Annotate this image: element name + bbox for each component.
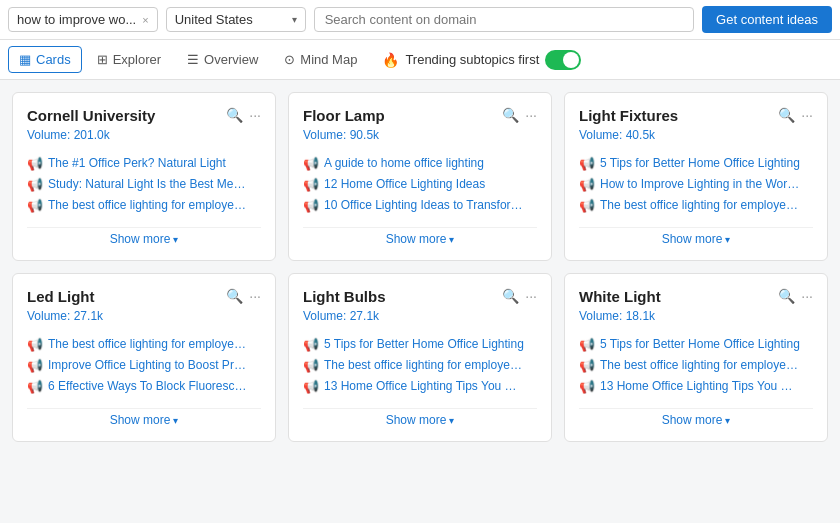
- megaphone-icon: 📢: [579, 337, 595, 352]
- country-selector[interactable]: United States ▾: [166, 7, 306, 32]
- more-options-button[interactable]: ···: [249, 107, 261, 123]
- card-volume: Volume: 90.5k: [303, 128, 537, 142]
- card-volume: Volume: 27.1k: [303, 309, 537, 323]
- megaphone-icon: 📢: [579, 156, 595, 171]
- show-more-button[interactable]: Show more ▾: [303, 408, 537, 427]
- card-link-text: 5 Tips for Better Home Office Lighting: [600, 156, 800, 170]
- card-link-item[interactable]: 📢 12 Home Office Lighting Ideas: [303, 177, 537, 192]
- card-link-text: The best office lighting for employee pr…: [324, 358, 524, 372]
- card-link-text: The best office lighting for employee pr…: [600, 358, 800, 372]
- trending-toggle[interactable]: [545, 50, 581, 70]
- country-label: United States: [175, 12, 253, 27]
- card-link-item[interactable]: 📢 How to Improve Lighting in the Workpla…: [579, 177, 813, 192]
- more-options-button[interactable]: ···: [801, 288, 813, 304]
- search-icon-button[interactable]: 🔍: [502, 107, 519, 123]
- card-title: Led Light: [27, 288, 95, 305]
- card-link-item[interactable]: 📢 5 Tips for Better Home Office Lighting: [579, 337, 813, 352]
- card-header: Led Light 🔍 ···: [27, 288, 261, 305]
- card-header: Light Fixtures 🔍 ···: [579, 107, 813, 124]
- tab-mindmap[interactable]: ⊙ Mind Map: [273, 46, 368, 73]
- chevron-down-icon: ▾: [173, 234, 178, 245]
- close-icon[interactable]: ×: [142, 14, 148, 26]
- get-content-ideas-button[interactable]: Get content ideas: [702, 6, 832, 33]
- more-options-button[interactable]: ···: [525, 288, 537, 304]
- card-link-item[interactable]: 📢 6 Effective Ways To Block Fluorescent …: [27, 379, 261, 394]
- explorer-tab-label: Explorer: [113, 52, 161, 67]
- megaphone-icon: 📢: [27, 337, 43, 352]
- card-link-item[interactable]: 📢 13 Home Office Lighting Tips You Need …: [303, 379, 537, 394]
- cards-grid: Cornell University 🔍 ··· Volume: 201.0k …: [0, 80, 840, 454]
- mindmap-tab-icon: ⊙: [284, 52, 295, 67]
- card-link-item[interactable]: 📢 Improve Office Lighting to Boost Produ…: [27, 358, 261, 373]
- more-options-button[interactable]: ···: [801, 107, 813, 123]
- card-link-item[interactable]: 📢 The best office lighting for employee …: [579, 198, 813, 213]
- more-options-button[interactable]: ···: [249, 288, 261, 304]
- tab-explorer[interactable]: ⊞ Explorer: [86, 46, 172, 73]
- show-more-button[interactable]: Show more ▾: [27, 227, 261, 246]
- chevron-down-icon: ▾: [725, 415, 730, 426]
- card-link-item[interactable]: 📢 5 Tips for Better Home Office Lighting: [579, 156, 813, 171]
- show-more-label: Show more: [386, 413, 447, 427]
- card-floor-lamp: Floor Lamp 🔍 ··· Volume: 90.5k 📢 A guide…: [288, 92, 552, 261]
- card-link-text: The best office lighting for employee pr…: [48, 337, 248, 351]
- card-link-text: 10 Office Lighting Ideas to Transform Yo…: [324, 198, 524, 212]
- card-header: White Light 🔍 ···: [579, 288, 813, 305]
- card-cornell: Cornell University 🔍 ··· Volume: 201.0k …: [12, 92, 276, 261]
- card-links-list: 📢 The best office lighting for employee …: [27, 337, 261, 394]
- search-pill[interactable]: how to improve wo... ×: [8, 7, 158, 32]
- card-link-item[interactable]: 📢 The best office lighting for employee …: [27, 198, 261, 213]
- card-link-text: A guide to home office lighting: [324, 156, 484, 170]
- mindmap-tab-label: Mind Map: [300, 52, 357, 67]
- card-link-item[interactable]: 📢 The best office lighting for employee …: [579, 358, 813, 373]
- card-link-item[interactable]: 📢 Study: Natural Light Is the Best Medic…: [27, 177, 261, 192]
- card-links-list: 📢 A guide to home office lighting 📢 12 H…: [303, 156, 537, 213]
- tab-overview[interactable]: ☰ Overview: [176, 46, 269, 73]
- search-icon-button[interactable]: 🔍: [502, 288, 519, 304]
- megaphone-icon: 📢: [303, 198, 319, 213]
- card-link-text: 5 Tips for Better Home Office Lighting: [324, 337, 524, 351]
- card-links-list: 📢 5 Tips for Better Home Office Lighting…: [579, 337, 813, 394]
- search-icon-button[interactable]: 🔍: [226, 288, 243, 304]
- show-more-button[interactable]: Show more ▾: [27, 408, 261, 427]
- show-more-button[interactable]: Show more ▾: [579, 227, 813, 246]
- search-icon-button[interactable]: 🔍: [778, 107, 795, 123]
- search-icon-button[interactable]: 🔍: [226, 107, 243, 123]
- search-icon-button[interactable]: 🔍: [778, 288, 795, 304]
- megaphone-icon: 📢: [27, 156, 43, 171]
- domain-search-input[interactable]: [314, 7, 694, 32]
- card-title: Light Bulbs: [303, 288, 386, 305]
- megaphone-icon: 📢: [579, 177, 595, 192]
- card-link-text: 5 Tips for Better Home Office Lighting: [600, 337, 800, 351]
- card-actions: 🔍 ···: [502, 288, 537, 304]
- show-more-button[interactable]: Show more ▾: [303, 227, 537, 246]
- chevron-down-icon: ▾: [292, 14, 297, 25]
- show-more-button[interactable]: Show more ▾: [579, 408, 813, 427]
- card-link-item[interactable]: 📢 13 Home Office Lighting Tips You Need …: [579, 379, 813, 394]
- megaphone-icon: 📢: [579, 198, 595, 213]
- more-options-button[interactable]: ···: [525, 107, 537, 123]
- tab-cards[interactable]: ▦ Cards: [8, 46, 82, 73]
- card-link-item[interactable]: 📢 A guide to home office lighting: [303, 156, 537, 171]
- megaphone-icon: 📢: [27, 379, 43, 394]
- card-led-light: Led Light 🔍 ··· Volume: 27.1k 📢 The best…: [12, 273, 276, 442]
- card-link-item[interactable]: 📢 The best office lighting for employee …: [27, 337, 261, 352]
- card-link-item[interactable]: 📢 5 Tips for Better Home Office Lighting: [303, 337, 537, 352]
- card-link-item[interactable]: 📢 The #1 Office Perk? Natural Light: [27, 156, 261, 171]
- megaphone-icon: 📢: [27, 198, 43, 213]
- search-query-text: how to improve wo...: [17, 12, 136, 27]
- card-volume: Volume: 18.1k: [579, 309, 813, 323]
- card-white-light: White Light 🔍 ··· Volume: 18.1k 📢 5 Tips…: [564, 273, 828, 442]
- card-volume: Volume: 27.1k: [27, 309, 261, 323]
- card-title: Cornell University: [27, 107, 155, 124]
- card-link-item[interactable]: 📢 The best office lighting for employee …: [303, 358, 537, 373]
- show-more-label: Show more: [386, 232, 447, 246]
- card-volume: Volume: 201.0k: [27, 128, 261, 142]
- megaphone-icon: 📢: [579, 358, 595, 373]
- card-link-text: 13 Home Office Lighting Tips You Need to…: [600, 379, 800, 393]
- card-links-list: 📢 5 Tips for Better Home Office Lighting…: [579, 156, 813, 213]
- megaphone-icon: 📢: [303, 379, 319, 394]
- top-bar: how to improve wo... × United States ▾ G…: [0, 0, 840, 40]
- card-link-item[interactable]: 📢 10 Office Lighting Ideas to Transform …: [303, 198, 537, 213]
- trending-label: Trending subtopics first: [405, 52, 539, 67]
- megaphone-icon: 📢: [303, 177, 319, 192]
